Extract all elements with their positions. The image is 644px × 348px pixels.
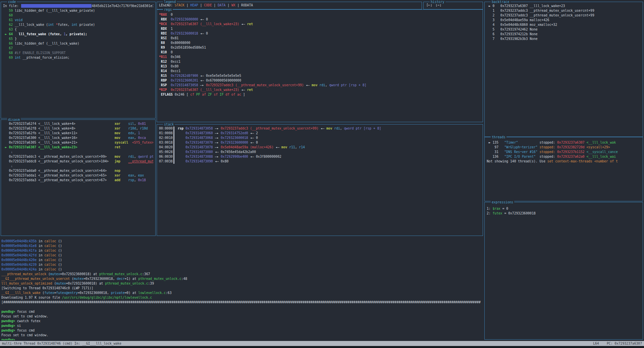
terminal-line: RDX 1 (159, 27, 481, 31)
terminal-line: 31 "DNS Res~ver #16" stopped: 0x7293237b… (487, 150, 641, 154)
terminal-line: 68 #if ENABLE_ELISION_SUPPORT (3, 51, 153, 55)
terminal-line: LEGEND: STACK | HEAP | CODE | DATA | WX … (159, 3, 420, 8)
panel-title-threads: threads (491, 135, 506, 139)
terminal-line: 65 } (3, 37, 153, 41)
status-bar: multi-thre Thread 0x7293148746 (cmd) In:… (0, 341, 644, 346)
panel-regs: regs *RAX 0 RBX 0x729323600000 ◂— 0*RCX … (157, 9, 483, 122)
status-bar-right: L64 PC: 0x7293237a6307 (593, 341, 642, 346)
terminal-line: R8 0x80008000 (159, 41, 481, 45)
terminal-line: ► 135 "Timer" stopped: 0x7293237a6307 <_… (487, 140, 641, 145)
terminal-line: RDI 0x729323600018 ◂— 0 (159, 31, 481, 36)
terminal-line: RBX 0x729323600000 ◂— 0 (159, 17, 481, 22)
threads-view: ► 135 "Timer" stopped: 0x7293237a6307 <_… (485, 137, 643, 201)
panel-stack: stack 00:0000 rsp 0x729314873058 —▸ 0x72… (157, 124, 483, 236)
terminal-line: Focus set to cmd window. (1, 333, 482, 338)
terminal-line: 0x00005e04d48c4239 in calloc () (1, 262, 482, 267)
terminal-line: In file: 4845db211e7b42c7176f9be21b8301e… (3, 4, 153, 8)
terminal-line: ► 0x7293237a6307 <__lll_lock_wake+23> re… (3, 145, 153, 150)
terminal-line: 7 0x72931982b3b3 None (487, 37, 641, 41)
terminal-line: 04:0020 0x729314873078 —▸ 0x5e04d48ae59a… (159, 145, 481, 150)
terminal-line: 66 libc_hidden_def (__lll_lock_wake) (3, 41, 153, 46)
terminal-line: 01:0008 0x729314873060 —▸ 0x729314752ed0… (159, 131, 481, 136)
terminal-line: R9 0x2d561850ed580e51 (159, 45, 481, 50)
legend-content: LEGEND: STACK | HEAP | CODE | DATA | WX … (157, 2, 422, 9)
terminal-line: *RIP 0x7293237a6307 (__lll_lock_wake+23)… (159, 88, 481, 92)
terminal-line: pwndbg> focus cmd (1, 309, 482, 314)
panel-title-code: code (7, 0, 17, 4)
terminal-line: *RCX 0x7293237a6307 (__lll_lock_wake+23)… (159, 22, 481, 27)
panel-backtrace: backtrace ► 0 0x7293237a6307 __lll_lock_… (484, 2, 643, 137)
terminal-line: ↓ (3, 164, 153, 168)
terminal-line: ► 0 0x7293237a6307 __lll_lock_wake+23 (487, 4, 641, 8)
panel-legend: legend LEGEND: STACK | HEAP | CODE | DAT… (157, 2, 422, 9)
backtrace-view: ► 0 0x7293237a6307 __lll_lock_wake+23 1 … (485, 2, 643, 137)
terminal-line: 4 0x5e04d48c6860 moz_xmalloc+32 (487, 22, 641, 27)
terminal-line: 136 "IPC I/O Parent" stopped: 0x7293237a… (487, 154, 641, 159)
terminal-line: 59 libc_hidden_def (__lll_lock_wake_priv… (3, 8, 153, 13)
panel-title-backtrace: backtrace (491, 0, 511, 4)
terminal-line (1, 305, 482, 309)
panel-threads: threads ► 135 "Timer" stopped: 0x7293237… (484, 137, 643, 201)
terminal-line: __GI___lll_lock_wake (futex=futex@entry=… (1, 291, 482, 295)
panel-title-disasm: disasm (7, 117, 21, 122)
terminal-line: 0x00005e04d48c42fd in calloc () (1, 253, 482, 258)
terminal-line: R12 0xcc1 (159, 59, 481, 64)
terminal-output[interactable]: 0x00005e04d48c435b in calloc ()0x00005e0… (1, 237, 483, 340)
pwndbg-terminal: code In file: 4845db211e7b42c7176f9be21b… (0, 0, 644, 348)
code-source-view: In file: 4845db211e7b42c7176f9be21b8301e… (1, 2, 155, 118)
terminal-line: 0x7293237a6305 <__lll_lock_wake+21> sysc… (3, 140, 153, 145)
terminal-line: 02:0010 0x729314873068 —▸ 0x729323600018… (159, 136, 481, 140)
terminal-line: 1 0x7293237addc3 __pthread_mutex_unlock_… (487, 8, 641, 13)
panel-title-regs: regs (163, 7, 173, 12)
panel-title-history: history (430, 0, 445, 4)
terminal-line: 0x00005e04d48c41fa in calloc () (1, 248, 482, 253)
terminal-line: 0x7293237a62f8 <__lll_lock_wake+8> xor r… (3, 126, 153, 131)
terminal-line: 0x7293237adda1 <__pthread_mutex_unlock_u… (3, 173, 153, 178)
terminal-line: *RAX 0 (159, 12, 481, 17)
terminal-line: 1: $rax = 0 (487, 206, 641, 211)
terminal-line: 0x00005e04d48c424a in calloc () (1, 267, 482, 272)
terminal-line: 5 0x729319742462 None (487, 27, 641, 32)
terminal-line: 67 (3, 46, 153, 51)
terminal-line: 0x7293237a62fb <__lll_lock_wake+11> mov … (3, 131, 153, 136)
terminal-line: 0x00005e04d48c41e8 in calloc () (1, 244, 482, 248)
terminal-line: Focus set to cmd window. (1, 314, 482, 319)
terminal-line: 03:0018 0x729314873070 —▸ 0x729323600000… (159, 140, 481, 145)
terminal-line: Downloading 1.97 K source file /usr/src/… (1, 295, 482, 300)
terminal-line: 69 int __pthread_force_elision; (3, 55, 153, 60)
disassembly-view: 0x7293237a62f4 <__lll_lock_wake+4> xor s… (1, 120, 155, 236)
terminal-line: 97 "WrGlyph~terizer" stopped: 0x72932382… (487, 145, 641, 150)
terminal-line: 0x7293237a62f4 <__lll_lock_wake+4> xor s… (3, 121, 153, 126)
terminal-line: 0x00005e04d48c420e in calloc () (1, 258, 482, 262)
terminal-line: __GI___pthread_mutex_unlock_usercnt (mut… (1, 277, 482, 281)
terminal-line: 0x7293237a6300 <__lll_lock_wake+16> mov … (3, 136, 153, 140)
panel-history: history [←][→] (423, 2, 483, 9)
panel-expressions: expressions 1: $rax = 02: futex = 0x7293… (484, 202, 643, 340)
registers-view: *RAX 0 RBX 0x729323600000 ◂— 0*RCX 0x729… (157, 10, 483, 122)
terminal-line: 0x7293237adda0 <__pthread_mutex_unlock_u… (3, 168, 153, 173)
terminal-line: 00:0000 rsp 0x729314873058 —▸ 0x7293237a… (159, 126, 481, 131)
terminal-line: RSP 0x729314873058 —▸ 0x7293237addc3 (__… (159, 83, 481, 88)
terminal-line: 2: futex = 0x729323600018 (487, 211, 641, 216)
terminal-line: RSI 0x81 (159, 36, 481, 41)
terminal-line: 05:0028 0x729314873080 ◂— 0x7456e45da42b… (159, 150, 481, 154)
terminal-line: 60 (3, 13, 153, 18)
terminal-line: *R11 0x346 (159, 55, 481, 59)
terminal-line: pwndbg> cwatch futex (1, 319, 482, 324)
terminal-line: R14 0xcc1 (159, 69, 481, 73)
status-bar-left: multi-thre Thread 0x7293148746 (cmd) In:… (2, 341, 121, 346)
terminal-line: ► 64 lll_futex_wake (futex, 1, private); (3, 32, 153, 37)
terminal-line: 0x7293237addc8 <__pthread_mutex_unlock_u… (3, 159, 153, 164)
panel-title-legend: legend (163, 0, 177, 4)
terminal-line: pwndbg> si (1, 324, 482, 328)
panel-title-stack: stack (163, 122, 175, 127)
terminal-line: Not showing 140 thread(s). Use set conte… (487, 159, 641, 164)
terminal-line: 63 { (3, 27, 153, 32)
panel-disasm: disasm 0x7293237a62f4 <__lll_lock_wake+4… (1, 119, 156, 236)
terminal-line: lll_mutex_unlock_optimized (mutex=0x7293… (1, 281, 482, 286)
terminal-line: pwndbg> focus cmd (1, 328, 482, 333)
terminal-line: 61 void (3, 18, 153, 22)
terminal-line: 07:0038 0x729314873090 ◂— 0x80 (159, 159, 481, 164)
terminal-line: R13 0x80 (159, 64, 481, 69)
terminal-line: RBP 0x729323600201 ◂— 0x6700000569000000 (159, 78, 481, 83)
